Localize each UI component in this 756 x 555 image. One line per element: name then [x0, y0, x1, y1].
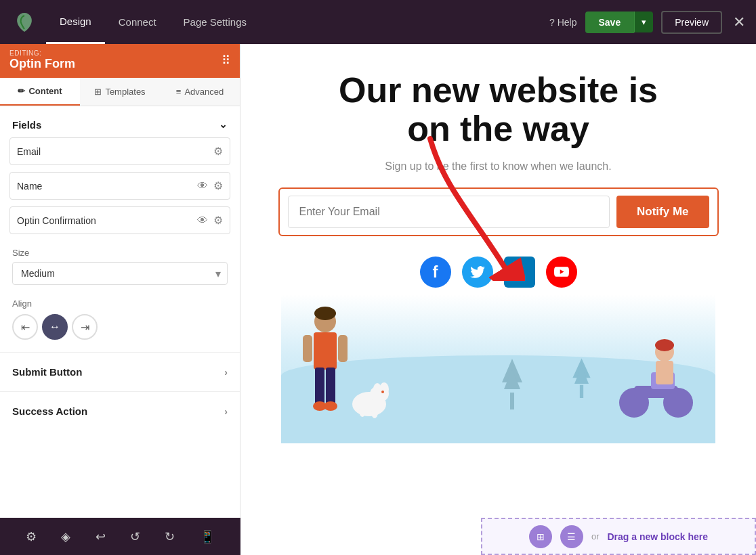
canvas-subtext: Sign up to be the first to know when we …	[385, 160, 611, 173]
notify-button[interactable]: Notify Me	[616, 196, 709, 228]
size-select-wrap: Small Medium Large ▾	[12, 262, 228, 285]
app-logo	[11, 9, 38, 36]
nav-tab-design[interactable]: Design	[46, 0, 105, 44]
nav-right: ? Help Save ▾ Preview ✕	[549, 11, 745, 34]
field-optin-icons: 👁 ⚙	[197, 214, 223, 227]
bottom-undo-icon[interactable]: ↺	[130, 529, 140, 544]
preview-button[interactable]: Preview	[661, 11, 722, 34]
editing-title: Optin Form	[9, 57, 75, 71]
svg-point-9	[314, 307, 336, 320]
fields-collapse-icon[interactable]: ⌄	[219, 118, 228, 131]
nav-tab-page-settings[interactable]: Page Settings	[170, 0, 260, 44]
linkedin-icon[interactable]: in	[504, 257, 535, 288]
sidebar-header: EDITING: Optin Form ⠿	[0, 44, 240, 78]
email-form-wrapper: Notify Me	[278, 187, 719, 236]
tree-1	[499, 355, 526, 409]
top-nav: Design Connect Page Settings ? Help Save…	[0, 0, 756, 44]
svg-point-25	[655, 339, 674, 351]
align-section: Align ⇤ ↔ ⇥	[0, 294, 240, 349]
field-optin-visibility-btn[interactable]: 👁	[197, 214, 208, 227]
scooter-figure	[614, 321, 709, 423]
tree-2	[570, 355, 593, 403]
drag-row-icon: ☰	[560, 525, 583, 548]
sidebar-tabs: ✏ Content ⊞ Templates ≡ Advanced	[0, 78, 240, 106]
sidebar-content: Fields ⌄ Email ⚙ Name 👁 ⚙ Optin Confirma…	[0, 106, 240, 555]
svg-rect-17	[510, 393, 514, 409]
size-section: Size Small Medium Large ▾	[0, 241, 240, 294]
nav-tab-connect[interactable]: Connect	[105, 0, 170, 44]
save-button[interactable]: Save	[585, 12, 635, 33]
bottom-redo-icon[interactable]: ↻	[165, 529, 175, 544]
success-action-section[interactable]: Success Action	[0, 395, 240, 428]
bottom-history-icon[interactable]: ↩	[96, 529, 106, 544]
youtube-icon[interactable]	[546, 257, 577, 288]
canvas-headline: Our new website ison the way	[339, 71, 658, 148]
bottom-settings-icon[interactable]: ⚙	[26, 529, 37, 544]
field-name-icons: 👁 ⚙	[197, 179, 223, 192]
bottom-layers-icon[interactable]: ◈	[61, 529, 70, 544]
svg-point-16	[381, 391, 384, 393]
tab-templates[interactable]: ⊞ Templates	[80, 78, 160, 106]
tab-content[interactable]: ✏ Content	[0, 78, 80, 106]
svg-rect-7	[303, 335, 312, 362]
svg-point-6	[324, 401, 337, 411]
tab-advanced[interactable]: ≡ Advanced	[160, 78, 240, 106]
editing-label: EDITING:	[9, 49, 75, 57]
templates-tab-icon: ⊞	[94, 87, 102, 97]
help-icon: ?	[549, 17, 555, 28]
drag-new-block-area[interactable]: ⊞ ☰ or Drag a new block here	[481, 518, 756, 555]
field-name-visibility-btn[interactable]: 👁	[197, 179, 208, 192]
help-button[interactable]: ? Help	[549, 17, 577, 28]
field-name: Name 👁 ⚙	[9, 172, 230, 200]
svg-rect-2	[314, 332, 337, 370]
save-btn-group: Save ▾	[585, 12, 654, 33]
email-input[interactable]	[288, 196, 610, 228]
twitter-icon[interactable]	[462, 257, 493, 288]
submit-button-section[interactable]: Submit Button	[0, 355, 240, 388]
field-email: Email ⚙	[9, 137, 230, 165]
align-center-btn[interactable]: ↔	[42, 314, 68, 340]
svg-point-14	[359, 405, 366, 417]
canvas: Our new website ison the way Sign up to …	[240, 44, 756, 555]
sidebar-header-text: EDITING: Optin Form	[9, 49, 75, 71]
submit-button-collapse-icon	[224, 367, 228, 378]
size-select[interactable]: Small Medium Large	[12, 262, 228, 285]
field-name-settings-btn[interactable]: ⚙	[213, 179, 223, 192]
svg-rect-24	[656, 361, 673, 384]
svg-rect-4	[326, 368, 335, 405]
grid-icon[interactable]: ⠿	[222, 53, 230, 68]
divider-2	[0, 391, 240, 392]
content-tab-icon: ✏	[18, 86, 25, 96]
nav-tabs: Design Connect Page Settings	[46, 0, 549, 44]
illustration-area	[281, 294, 715, 443]
sidebar-bottom-bar: ⚙ ◈ ↩ ↺ ↻ 📱	[0, 518, 240, 555]
social-icons: f in	[420, 257, 577, 288]
save-dropdown-button[interactable]: ▾	[634, 12, 653, 32]
fields-section-header: Fields ⌄	[0, 106, 240, 137]
facebook-icon[interactable]: f	[420, 257, 451, 288]
svg-rect-3	[315, 368, 324, 405]
svg-point-13	[373, 383, 381, 395]
field-optin-settings-btn[interactable]: ⚙	[213, 214, 223, 227]
close-button[interactable]: ✕	[733, 14, 745, 31]
sidebar: EDITING: Optin Form ⠿ ✏ Content ⊞ Templa…	[0, 44, 240, 555]
success-action-collapse-icon	[224, 406, 228, 417]
svg-rect-8	[338, 335, 348, 362]
divider-1	[0, 352, 240, 353]
main-layout: EDITING: Optin Form ⠿ ✏ Content ⊞ Templa…	[0, 44, 756, 555]
align-left-btn[interactable]: ⇤	[12, 314, 38, 340]
svg-rect-18	[580, 385, 583, 398]
field-email-settings-btn[interactable]: ⚙	[213, 145, 223, 158]
align-right-btn[interactable]: ⇥	[72, 314, 98, 340]
advanced-tab-icon: ≡	[176, 87, 182, 97]
svg-point-15	[371, 406, 378, 418]
dog-figure	[342, 370, 396, 424]
bottom-mobile-icon[interactable]: 📱	[200, 529, 215, 544]
field-optin: Optin Confirmation 👁 ⚙	[9, 206, 230, 234]
align-buttons: ⇤ ↔ ⇥	[12, 314, 228, 340]
drag-grid-icon: ⊞	[529, 525, 552, 548]
canvas-inner: Our new website ison the way Sign up to …	[240, 44, 756, 457]
field-email-icons: ⚙	[213, 145, 223, 158]
